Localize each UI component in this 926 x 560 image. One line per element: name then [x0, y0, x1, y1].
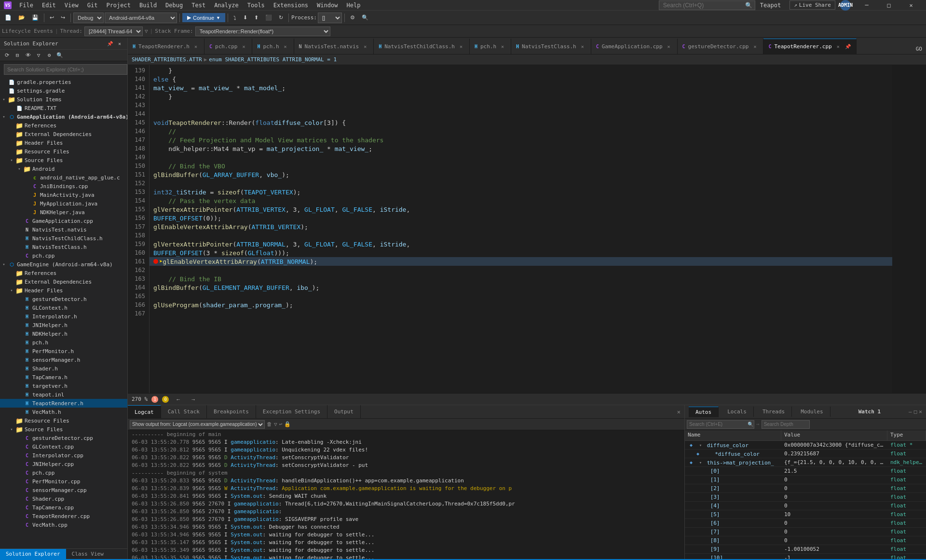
code-line[interactable]: //	[150, 127, 892, 136]
tree-item[interactable]: CTeapotRenderer.cpp	[0, 512, 127, 520]
tab-natvis-child[interactable]: H NatvisTestChildClass.h ✕	[374, 39, 470, 54]
menu-help[interactable]: Help	[342, 1, 364, 10]
stack-frame-dropdown[interactable]: TeapotRenderer::Render(float*)	[195, 27, 330, 36]
restart-button[interactable]: ↻	[276, 13, 286, 22]
watch-search-input[interactable]	[687, 420, 754, 429]
tree-item[interactable]: CGLContext.cpp	[0, 442, 127, 451]
tree-item[interactable]: ▾📁Android	[0, 164, 127, 173]
se-show-all-btn[interactable]: 👁	[23, 51, 33, 60]
se-collapse-btn[interactable]: ⊟	[13, 51, 22, 60]
code-line[interactable]: void TeapotRenderer::Render(float diffus…	[150, 118, 892, 127]
tab-gesture[interactable]: C gestureDetector.cpp ✕	[678, 39, 764, 54]
class-view-tab[interactable]: Class View	[66, 549, 109, 559]
tab-close-gameapp[interactable]: ✕	[666, 43, 672, 50]
watch-expand-toggle[interactable]: ▾	[699, 460, 702, 465]
tree-toggle[interactable]: ▾	[0, 260, 8, 268]
tree-item[interactable]: Hpch.h	[0, 338, 127, 347]
tree-item[interactable]: HgestureDetector.h	[0, 295, 127, 303]
breadcrumb-enum[interactable]: enum SHADER_ATTRIBUTES ATTRIB_NORMAL = 1	[209, 56, 337, 63]
code-line[interactable]: glVertexAttribPointer(ATTRIB_NORMAL, 3, …	[150, 240, 892, 248]
tree-item[interactable]: HShader.h	[0, 364, 127, 373]
menu-test[interactable]: Test	[188, 1, 209, 10]
tab-teapotrenderer-h[interactable]: H TeapotRenderer.h ✕	[128, 39, 204, 54]
tree-item[interactable]: HPerfMonitor.h	[0, 347, 127, 355]
menu-edit[interactable]: Edit	[38, 1, 60, 10]
tab-teapotrenderer-cpp[interactable]: C TeapotRenderer.cpp ✕ 📌	[763, 39, 856, 54]
tree-item[interactable]: ▾⬡GameApplication (Android-arm64-v8a)	[0, 112, 127, 121]
filter-log-button[interactable]: ▽	[274, 421, 277, 427]
tree-item[interactable]: HTeapotRenderer.h	[0, 399, 127, 408]
se-filter-btn[interactable]: ▽	[34, 51, 43, 60]
tree-item[interactable]: Cpch.cpp	[0, 251, 127, 260]
se-search-input[interactable]	[4, 64, 127, 75]
code-line[interactable]: // Pass the vertex data	[150, 196, 892, 205]
code-line[interactable]: ndk_helper::Mat4 mat_vp = mat_projection…	[150, 144, 892, 153]
stop-button[interactable]: ⬛	[262, 13, 275, 22]
code-line[interactable]: glVertexAttribPointer(ATTRIB_VERTEX, 3, …	[150, 205, 892, 214]
close-panel-button[interactable]: ✕	[116, 40, 123, 47]
tree-item[interactable]: 📁References	[0, 121, 127, 130]
modules-tab[interactable]: Modules	[794, 407, 830, 417]
tree-toggle[interactable]: ▾	[8, 287, 15, 294]
tab-close-teapotrenderer-h[interactable]: ✕	[192, 43, 199, 50]
code-line[interactable]: int32_t iStride = sizeof(TEAPOT_VERTEX);	[150, 188, 892, 196]
toolbar-extra-2[interactable]: 🔍	[359, 13, 371, 22]
tree-item[interactable]: CPerfMonitor.cpp	[0, 477, 127, 486]
menu-view[interactable]: View	[61, 1, 82, 10]
watch-expand-toggle[interactable]: ▾	[699, 443, 702, 448]
nav-prev-button[interactable]: ←	[173, 395, 184, 404]
tree-item[interactable]: ▾📁Source Files	[0, 425, 127, 434]
se-search-btn[interactable]: 🔍	[55, 51, 65, 60]
code-line[interactable]: glBindBuffer(GL_ELEMENT_ARRAY_BUFFER, ib…	[150, 283, 892, 292]
new-project-button[interactable]: 📄	[2, 13, 14, 22]
code-line[interactable]: }	[150, 92, 892, 101]
menu-extensions[interactable]: Extensions	[270, 1, 312, 10]
tree-item[interactable]: 📁Header Files	[0, 138, 127, 147]
se-sync-btn[interactable]: ⟳	[2, 51, 12, 60]
solution-explorer-tab[interactable]: Solution Explorer	[0, 549, 66, 559]
tree-item[interactable]: HTapCamera.h	[0, 373, 127, 382]
menu-window[interactable]: Window	[313, 1, 341, 10]
open-button[interactable]: 📂	[15, 13, 28, 22]
live-share-btn[interactable]: ↗ Live Share	[790, 0, 835, 10]
tab-close-pch-cpp[interactable]: ✕	[240, 43, 247, 50]
tab-pin-teapotrenderer-cpp[interactable]: 📌	[844, 43, 851, 50]
code-line[interactable]: // Feed Projection and Model View matric…	[150, 136, 892, 144]
code-line[interactable]: glBindBuffer(GL_ARRAY_BUFFER, vbo_);	[150, 170, 892, 179]
output-tab[interactable]: Output	[327, 405, 361, 418]
tree-item[interactable]: CJNIHelper.cpp	[0, 460, 127, 468]
tree-item[interactable]: Hteapot.inl	[0, 390, 127, 399]
tree-item[interactable]: 📁External Dependencies	[0, 277, 127, 286]
logcat-tab[interactable]: Logcat	[128, 405, 161, 418]
tree-toggle[interactable]: ▾	[15, 165, 23, 173]
code-line[interactable]	[150, 109, 892, 118]
save-button[interactable]: 💾	[29, 13, 41, 22]
continue-button[interactable]: ▶ Continue ▼	[182, 13, 225, 22]
tab-natvisclass[interactable]: H NatvisTestClass.h ✕	[511, 39, 591, 54]
menu-project[interactable]: Project	[102, 1, 135, 10]
menu-tools[interactable]: Tools	[244, 1, 269, 10]
exception-settings-tab[interactable]: Exception Settings	[256, 405, 327, 418]
tab-pch-h-1[interactable]: H pch.h ✕	[252, 39, 294, 54]
tab-close-natvisclass[interactable]: ✕	[579, 43, 586, 50]
tree-item[interactable]: CJniBindings.cpp	[0, 182, 127, 191]
nav-next-button[interactable]: →	[188, 395, 199, 404]
tree-item[interactable]: ▾⬡GameEngine (Android-arm64-v8a)	[0, 260, 127, 269]
tree-item[interactable]: HsensorManager.h	[0, 355, 127, 364]
tab-close-natvis[interactable]: ✕	[362, 43, 368, 50]
code-line[interactable]: // Bind the IB	[150, 274, 892, 283]
code-line[interactable]: ➤ glEnableVertexAttribArray(ATTRIB_NORMA…	[150, 257, 892, 266]
minimize-button[interactable]: ─	[856, 0, 878, 11]
maximize-button[interactable]: □	[878, 0, 900, 11]
code-line[interactable]	[150, 231, 892, 240]
code-line[interactable]: }	[150, 66, 892, 75]
watch-close-button[interactable]: ✕	[919, 409, 922, 415]
config-dropdown[interactable]: Debug	[73, 13, 104, 23]
step-over-button[interactable]: ⤵	[231, 14, 239, 22]
autos-tab[interactable]: Autos	[689, 407, 719, 417]
watch-resize-button[interactable]: □	[914, 409, 917, 415]
tree-item[interactable]: CGameApplication.cpp	[0, 217, 127, 225]
code-content[interactable]: } else { mat_view_ = mat_view_ * mat_mod…	[150, 65, 892, 393]
code-line[interactable]: glEnableVertexAttribArray(ATTRIB_VERTEX)…	[150, 222, 892, 231]
tree-item[interactable]: CgestureDetector.cpp	[0, 434, 127, 442]
